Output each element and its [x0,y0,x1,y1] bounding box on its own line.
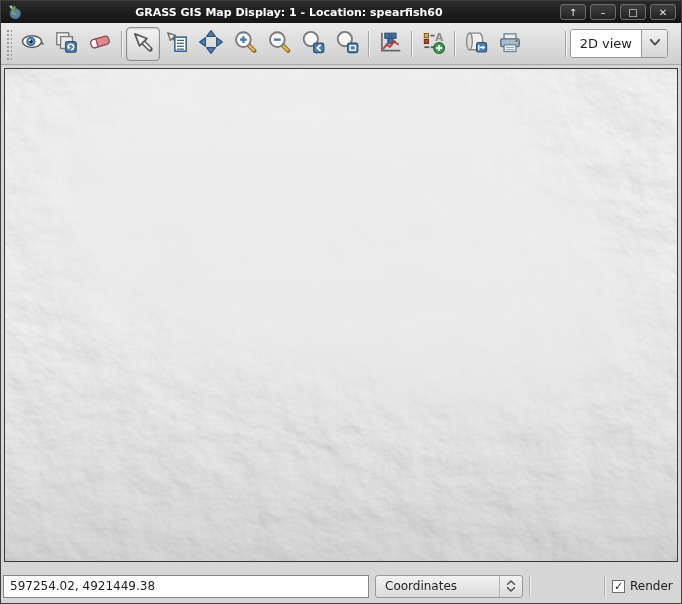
pointer-arrow-icon [130,29,156,58]
coordinates-field[interactable] [3,575,369,598]
window-minimize-button[interactable]: – [590,4,616,20]
add-overlay-icon: A [420,29,446,58]
checkmark-icon: ✓ [614,581,623,592]
map-display-window: GRASS GIS Map Display: 1 - Location: spe… [0,0,682,604]
toolbar-grip-handle[interactable] [5,28,12,60]
query-icon [164,29,190,58]
return-to-previous-zoom-button[interactable] [296,27,330,61]
eye-icon [19,29,45,58]
render-checkbox[interactable]: ✓ [612,580,625,593]
toolbar-separator [411,31,412,57]
statusbar-mode-selector[interactable]: Coordinates [375,575,523,598]
view-mode-dropdown-button[interactable] [641,30,667,57]
view-mode-value: 2D view [571,30,641,57]
pan-arrows-icon [198,29,224,58]
render-label: Render [630,579,673,593]
zoom-extent-icon [334,29,360,58]
zoom-out-button[interactable] [262,27,296,61]
analyze-chart-icon [377,29,403,58]
pointer-tool-button[interactable] [126,27,160,61]
view-mode-selector[interactable]: 2D view [570,29,668,58]
statusbar-separator [604,576,605,596]
statusbar: Coordinates ✓ Render [1,574,681,598]
erase-display-button[interactable] [83,27,117,61]
zoom-back-icon [300,29,326,58]
statusbar-separator [529,576,530,596]
print-map-button[interactable] [493,27,527,61]
map-canvas[interactable] [4,68,678,562]
map-toolbar: A [1,23,681,65]
hillshade-map-image [5,69,677,561]
toolbar-separator [565,31,566,57]
add-map-elements-button[interactable]: A [416,27,450,61]
zoom-in-icon [232,29,258,58]
render-map-icon [53,29,79,58]
zoom-options-button[interactable] [330,27,364,61]
updown-chevron-icon[interactable] [499,576,522,597]
display-map-button[interactable] [15,27,49,61]
render-toggle[interactable]: ✓ Render [612,579,673,593]
save-file-icon [463,29,489,58]
window-close-button[interactable]: ✕ [650,4,676,20]
save-display-to-file-button[interactable] [459,27,493,61]
analyze-map-button[interactable] [373,27,407,61]
window-maximize-button[interactable]: □ [620,4,646,20]
zoom-in-button[interactable] [228,27,262,61]
query-tool-button[interactable] [160,27,194,61]
grass-gis-logo-icon [6,4,22,20]
statusbar-mode-value: Coordinates [376,579,499,593]
window-title: GRASS GIS Map Display: 1 - Location: spe… [22,6,556,19]
window-shade-button[interactable]: ↑ [560,4,586,20]
toolbar-separator [121,31,122,57]
zoom-out-icon [266,29,292,58]
toolbar-separator [368,31,369,57]
pan-tool-button[interactable] [194,27,228,61]
chevron-down-icon [647,36,663,51]
titlebar[interactable]: GRASS GIS Map Display: 1 - Location: spe… [1,1,681,23]
toolbar-separator [454,31,455,57]
eraser-icon [87,29,113,58]
printer-icon [497,29,523,58]
svg-text:A: A [435,31,443,43]
render-map-button[interactable] [49,27,83,61]
progress-bar [536,577,598,595]
